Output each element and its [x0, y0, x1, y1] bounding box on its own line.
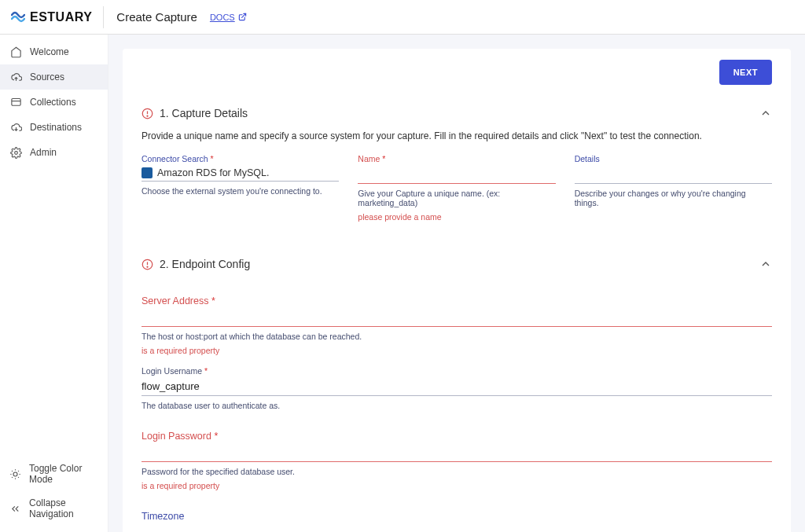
- sidebar-item-destinations[interactable]: Destinations: [0, 115, 108, 140]
- sidebar-item-admin[interactable]: Admin: [0, 140, 108, 165]
- name-label: Name *: [358, 154, 555, 163]
- details-helper: Describe your changes or why you're chan…: [575, 189, 772, 207]
- sun-icon: [9, 468, 21, 480]
- login-username-helper: The database user to authenticate as.: [142, 401, 772, 410]
- svg-point-1: [14, 151, 17, 154]
- logo-icon: [11, 10, 25, 24]
- collections-icon: [9, 96, 22, 108]
- server-address-error: is a required property: [142, 346, 772, 355]
- download-cloud-icon: [9, 121, 22, 134]
- docs-label: DOCS: [210, 13, 235, 22]
- svg-point-6: [147, 266, 148, 267]
- collapse-nav-label: Collapse Navigation: [29, 497, 98, 519]
- external-link-icon: [238, 13, 247, 21]
- details-label: Details: [575, 154, 772, 163]
- login-password-error: is a required property: [142, 481, 772, 490]
- mysql-icon: [142, 167, 153, 178]
- section-title-text: 1. Capture Details: [160, 107, 248, 119]
- login-password-label: Login Password *: [142, 431, 772, 442]
- sidebar-item-label: Admin: [30, 147, 57, 158]
- timezone-label: Timezone: [142, 511, 772, 522]
- home-icon: [9, 46, 22, 58]
- toggle-color-label: Toggle Color Mode: [29, 463, 98, 485]
- name-error: please provide a name: [358, 212, 555, 222]
- svg-rect-0: [11, 98, 20, 105]
- capture-name-input[interactable]: [358, 165, 555, 184]
- section-description: Provide a unique name and specify a sour…: [142, 130, 772, 141]
- section-title-text: 2. Endpoint Config: [160, 258, 250, 270]
- timezone-input[interactable]: [142, 523, 772, 532]
- connector-value: Amazon RDS for MySQL.: [157, 167, 269, 178]
- gear-icon: [9, 146, 22, 159]
- sidebar-item-welcome[interactable]: Welcome: [0, 39, 108, 64]
- chevron-up-icon: [759, 107, 772, 119]
- login-password-input[interactable]: [142, 443, 772, 462]
- svg-point-2: [13, 472, 17, 476]
- connector-helper: Choose the external system you're connec…: [142, 186, 339, 196]
- section-capture-details-header[interactable]: 1. Capture Details: [142, 107, 772, 119]
- svg-point-4: [147, 116, 148, 116]
- sidebar: Welcome Sources Collections Destinations: [0, 35, 108, 532]
- next-button[interactable]: NEXT: [719, 60, 772, 85]
- collapse-navigation[interactable]: Collapse Navigation: [0, 491, 108, 526]
- name-helper: Give your Capture a unique name. (ex: ma…: [358, 189, 555, 207]
- toggle-color-mode[interactable]: Toggle Color Mode: [0, 457, 108, 491]
- login-password-helper: Password for the specified database user…: [142, 467, 772, 476]
- server-address-label: Server Address *: [142, 295, 772, 306]
- sidebar-item-label: Welcome: [30, 46, 69, 57]
- sidebar-item-label: Destinations: [30, 122, 82, 133]
- section-endpoint-config-header[interactable]: 2. Endpoint Config: [142, 258, 772, 270]
- chevrons-left-icon: [9, 502, 21, 515]
- error-circle-icon: [142, 108, 153, 119]
- login-username-input[interactable]: [142, 377, 772, 396]
- server-address-input[interactable]: [142, 308, 772, 327]
- brand-text: ESTUARY: [30, 10, 92, 24]
- login-username-label: Login Username *: [142, 366, 772, 376]
- server-address-helper: The host or host:port at which the datab…: [142, 332, 772, 341]
- sidebar-item-label: Sources: [30, 72, 64, 83]
- docs-link[interactable]: DOCS: [210, 13, 247, 22]
- details-input[interactable]: [575, 165, 772, 184]
- sidebar-item-label: Collections: [30, 97, 76, 108]
- connector-label: Connector Search *: [142, 154, 339, 163]
- upload-cloud-icon: [9, 71, 22, 83]
- sidebar-item-collections[interactable]: Collections: [0, 90, 108, 115]
- chevron-up-icon: [759, 258, 772, 270]
- sidebar-item-sources[interactable]: Sources: [0, 64, 108, 90]
- brand-logo[interactable]: ESTUARY: [11, 6, 104, 28]
- page-title: Create Capture: [104, 10, 210, 24]
- error-circle-icon: [142, 259, 153, 270]
- connector-search-input[interactable]: Amazon RDS for MySQL.: [142, 165, 339, 182]
